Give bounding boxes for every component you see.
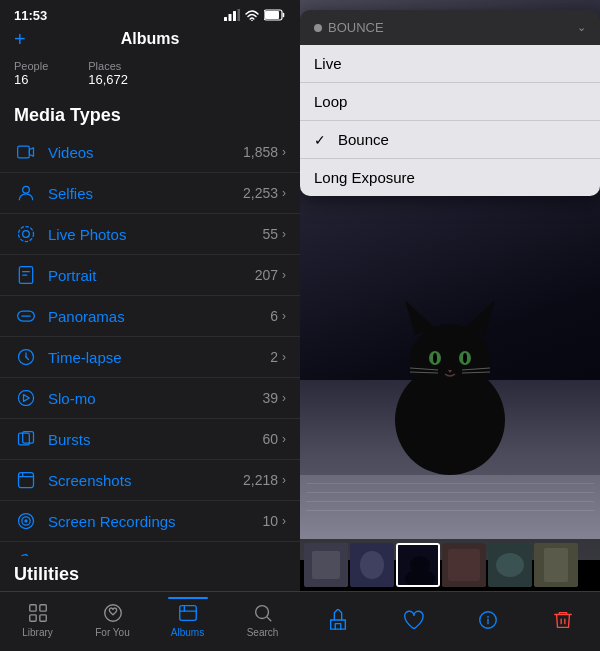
share-button[interactable] bbox=[320, 602, 356, 638]
list-item[interactable]: Animated 6 › bbox=[0, 542, 300, 556]
wifi-icon bbox=[245, 10, 259, 21]
people-item[interactable]: People 16 bbox=[14, 60, 48, 87]
svg-point-15 bbox=[19, 391, 34, 406]
screenshots-icon bbox=[14, 468, 38, 492]
people-label: People bbox=[14, 60, 48, 72]
portrait-label: Portrait bbox=[48, 267, 255, 284]
list-item[interactable]: Videos 1,858 › bbox=[0, 132, 300, 173]
media-types-header: Media Types bbox=[0, 97, 300, 132]
battery-icon bbox=[264, 9, 286, 21]
chevron-icon: › bbox=[282, 227, 286, 241]
svg-point-14 bbox=[25, 356, 27, 358]
list-item[interactable]: Bursts 60 › bbox=[0, 419, 300, 460]
list-item[interactable]: Slo-mo 39 › bbox=[0, 378, 300, 419]
svg-point-26 bbox=[104, 605, 121, 622]
svg-rect-42 bbox=[312, 551, 340, 579]
long-exposure-option-label: Long Exposure bbox=[314, 169, 415, 186]
live-photos-icon bbox=[14, 222, 38, 246]
slomo-count: 39 bbox=[262, 390, 278, 406]
dropdown-item-live[interactable]: Live bbox=[300, 45, 600, 83]
foryou-nav-label: For You bbox=[95, 627, 129, 638]
dropdown-header[interactable]: BOUNCE ⌄ bbox=[300, 10, 600, 45]
bounce-dropdown: BOUNCE ⌄ Live Loop ✓ Bounce Long Exposur… bbox=[300, 10, 600, 196]
chevron-icon: › bbox=[282, 186, 286, 200]
bursts-count: 60 bbox=[262, 431, 278, 447]
albums-title: Albums bbox=[121, 30, 180, 48]
delete-button[interactable] bbox=[545, 602, 581, 638]
thumbnail-strip bbox=[300, 539, 600, 591]
slomo-label: Slo-mo bbox=[48, 390, 262, 407]
chevron-icon: › bbox=[282, 391, 286, 405]
svg-rect-6 bbox=[265, 11, 279, 19]
list-item[interactable]: Live Photos 55 › bbox=[0, 214, 300, 255]
dropdown-item-long-exposure[interactable]: Long Exposure bbox=[300, 159, 600, 196]
live-photos-count: 55 bbox=[262, 226, 278, 242]
live-photos-label: Live Photos bbox=[48, 226, 262, 243]
selfies-count: 2,253 bbox=[243, 185, 278, 201]
chevron-icon: › bbox=[282, 432, 286, 446]
thumbnail[interactable] bbox=[442, 543, 486, 587]
info-button[interactable] bbox=[470, 602, 506, 638]
svg-point-9 bbox=[23, 231, 30, 238]
svg-rect-3 bbox=[238, 9, 241, 21]
bursts-icon bbox=[14, 427, 38, 451]
places-item[interactable]: Places 16,672 bbox=[88, 60, 128, 87]
list-item[interactable]: Screen Recordings 10 › bbox=[0, 501, 300, 542]
right-toolbar bbox=[300, 591, 600, 651]
right-panel: BOUNCE ⌄ Live Loop ✓ Bounce Long Exposur… bbox=[300, 0, 600, 651]
foryou-nav-icon bbox=[101, 601, 125, 625]
people-places: People 16 Places 16,672 bbox=[0, 56, 300, 97]
thumbnail[interactable] bbox=[304, 543, 348, 587]
chevron-icon: › bbox=[282, 145, 286, 159]
svg-point-44 bbox=[360, 551, 384, 579]
svg-rect-0 bbox=[224, 17, 227, 21]
nav-albums[interactable]: Albums bbox=[150, 601, 225, 638]
left-panel: 11:53 + Al bbox=[0, 0, 300, 651]
svg-rect-1 bbox=[229, 14, 232, 21]
bottom-nav: Library For You Albums Search bbox=[0, 591, 300, 651]
favorite-button[interactable] bbox=[395, 602, 431, 638]
places-label: Places bbox=[88, 60, 128, 72]
bursts-label: Bursts bbox=[48, 431, 262, 448]
screenshots-label: Screenshots bbox=[48, 472, 243, 489]
bounce-dot bbox=[314, 24, 322, 32]
list-item[interactable]: Time-lapse 2 › bbox=[0, 337, 300, 378]
search-nav-label: Search bbox=[247, 627, 279, 638]
svg-point-8 bbox=[23, 186, 30, 193]
thumbnail[interactable] bbox=[350, 543, 394, 587]
signal-icon bbox=[224, 9, 240, 21]
screen-recordings-count: 10 bbox=[262, 513, 278, 529]
svg-point-34 bbox=[433, 353, 437, 363]
nav-library[interactable]: Library bbox=[0, 601, 75, 638]
albums-nav-icon bbox=[176, 601, 200, 625]
bounce-header-label: BOUNCE bbox=[328, 20, 571, 35]
screen-recordings-label: Screen Recordings bbox=[48, 513, 262, 530]
thumbnail[interactable] bbox=[534, 543, 578, 587]
thumbnail-selected[interactable] bbox=[396, 543, 440, 587]
screen-recordings-icon bbox=[14, 509, 38, 533]
list-item[interactable]: Selfies 2,253 › bbox=[0, 173, 300, 214]
portrait-icon bbox=[14, 263, 38, 287]
people-count: 16 bbox=[14, 72, 48, 87]
list-item[interactable]: Screenshots 2,218 › bbox=[0, 460, 300, 501]
svg-rect-18 bbox=[19, 473, 34, 488]
dropdown-chevron-icon: ⌄ bbox=[577, 21, 586, 34]
search-nav-icon bbox=[251, 601, 275, 625]
svg-rect-22 bbox=[29, 605, 35, 611]
timelapse-count: 2 bbox=[270, 349, 278, 365]
add-button[interactable]: + bbox=[14, 28, 26, 51]
live-option-label: Live bbox=[314, 55, 342, 72]
panoramas-icon bbox=[14, 304, 38, 328]
screenshots-count: 2,218 bbox=[243, 472, 278, 488]
svg-point-35 bbox=[463, 353, 467, 363]
panoramas-count: 6 bbox=[270, 308, 278, 324]
dropdown-item-bounce[interactable]: ✓ Bounce bbox=[300, 121, 600, 159]
list-item[interactable]: Panoramas 6 › bbox=[0, 296, 300, 337]
dropdown-item-loop[interactable]: Loop bbox=[300, 83, 600, 121]
svg-point-29 bbox=[410, 324, 490, 396]
bounce-option-label: Bounce bbox=[338, 131, 389, 148]
nav-foryou[interactable]: For You bbox=[75, 601, 150, 638]
thumbnail[interactable] bbox=[488, 543, 532, 587]
list-item[interactable]: Portrait 207 › bbox=[0, 255, 300, 296]
nav-search[interactable]: Search bbox=[225, 601, 300, 638]
